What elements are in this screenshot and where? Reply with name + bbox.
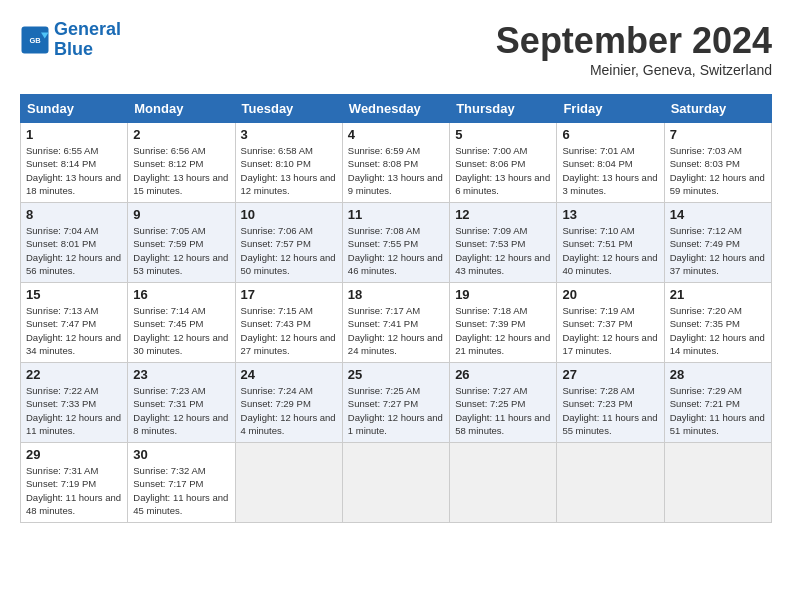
month-title: September 2024	[496, 20, 772, 62]
column-header-monday: Monday	[128, 95, 235, 123]
calendar-day-30: 30Sunrise: 7:32 AM Sunset: 7:17 PM Dayli…	[128, 443, 235, 523]
empty-cell	[450, 443, 557, 523]
day-number: 11	[348, 207, 444, 222]
calendar-day-26: 26Sunrise: 7:27 AM Sunset: 7:25 PM Dayli…	[450, 363, 557, 443]
calendar-day-28: 28Sunrise: 7:29 AM Sunset: 7:21 PM Dayli…	[664, 363, 771, 443]
day-number: 5	[455, 127, 551, 142]
calendar-day-29: 29Sunrise: 7:31 AM Sunset: 7:19 PM Dayli…	[21, 443, 128, 523]
day-info: Sunrise: 7:23 AM Sunset: 7:31 PM Dayligh…	[133, 384, 229, 437]
day-info: Sunrise: 7:14 AM Sunset: 7:45 PM Dayligh…	[133, 304, 229, 357]
day-info: Sunrise: 7:15 AM Sunset: 7:43 PM Dayligh…	[241, 304, 337, 357]
calendar-day-27: 27Sunrise: 7:28 AM Sunset: 7:23 PM Dayli…	[557, 363, 664, 443]
header-row: SundayMondayTuesdayWednesdayThursdayFrid…	[21, 95, 772, 123]
day-info: Sunrise: 7:25 AM Sunset: 7:27 PM Dayligh…	[348, 384, 444, 437]
day-number: 17	[241, 287, 337, 302]
day-number: 16	[133, 287, 229, 302]
day-info: Sunrise: 7:06 AM Sunset: 7:57 PM Dayligh…	[241, 224, 337, 277]
day-info: Sunrise: 7:29 AM Sunset: 7:21 PM Dayligh…	[670, 384, 766, 437]
day-number: 3	[241, 127, 337, 142]
calendar-week-3: 15Sunrise: 7:13 AM Sunset: 7:47 PM Dayli…	[21, 283, 772, 363]
calendar-week-2: 8Sunrise: 7:04 AM Sunset: 8:01 PM Daylig…	[21, 203, 772, 283]
calendar-day-3: 3Sunrise: 6:58 AM Sunset: 8:10 PM Daylig…	[235, 123, 342, 203]
day-number: 19	[455, 287, 551, 302]
svg-text:GB: GB	[29, 36, 41, 45]
day-number: 22	[26, 367, 122, 382]
calendar-body: 1Sunrise: 6:55 AM Sunset: 8:14 PM Daylig…	[21, 123, 772, 523]
day-info: Sunrise: 7:01 AM Sunset: 8:04 PM Dayligh…	[562, 144, 658, 197]
calendar-day-17: 17Sunrise: 7:15 AM Sunset: 7:43 PM Dayli…	[235, 283, 342, 363]
calendar-week-1: 1Sunrise: 6:55 AM Sunset: 8:14 PM Daylig…	[21, 123, 772, 203]
calendar-day-18: 18Sunrise: 7:17 AM Sunset: 7:41 PM Dayli…	[342, 283, 449, 363]
day-info: Sunrise: 7:20 AM Sunset: 7:35 PM Dayligh…	[670, 304, 766, 357]
column-header-sunday: Sunday	[21, 95, 128, 123]
day-number: 15	[26, 287, 122, 302]
day-number: 2	[133, 127, 229, 142]
page-header: GB GeneralBlue September 2024 Meinier, G…	[20, 20, 772, 78]
day-number: 14	[670, 207, 766, 222]
day-info: Sunrise: 7:17 AM Sunset: 7:41 PM Dayligh…	[348, 304, 444, 357]
day-info: Sunrise: 6:58 AM Sunset: 8:10 PM Dayligh…	[241, 144, 337, 197]
calendar-day-11: 11Sunrise: 7:08 AM Sunset: 7:55 PM Dayli…	[342, 203, 449, 283]
day-number: 6	[562, 127, 658, 142]
calendar-day-21: 21Sunrise: 7:20 AM Sunset: 7:35 PM Dayli…	[664, 283, 771, 363]
calendar-day-5: 5Sunrise: 7:00 AM Sunset: 8:06 PM Daylig…	[450, 123, 557, 203]
day-info: Sunrise: 7:19 AM Sunset: 7:37 PM Dayligh…	[562, 304, 658, 357]
day-info: Sunrise: 7:24 AM Sunset: 7:29 PM Dayligh…	[241, 384, 337, 437]
day-number: 24	[241, 367, 337, 382]
day-info: Sunrise: 6:59 AM Sunset: 8:08 PM Dayligh…	[348, 144, 444, 197]
day-info: Sunrise: 7:12 AM Sunset: 7:49 PM Dayligh…	[670, 224, 766, 277]
empty-cell	[342, 443, 449, 523]
calendar-day-10: 10Sunrise: 7:06 AM Sunset: 7:57 PM Dayli…	[235, 203, 342, 283]
day-number: 13	[562, 207, 658, 222]
empty-cell	[664, 443, 771, 523]
logo: GB GeneralBlue	[20, 20, 121, 60]
location: Meinier, Geneva, Switzerland	[496, 62, 772, 78]
calendar-table: SundayMondayTuesdayWednesdayThursdayFrid…	[20, 94, 772, 523]
calendar-day-8: 8Sunrise: 7:04 AM Sunset: 8:01 PM Daylig…	[21, 203, 128, 283]
calendar-day-9: 9Sunrise: 7:05 AM Sunset: 7:59 PM Daylig…	[128, 203, 235, 283]
calendar-header: SundayMondayTuesdayWednesdayThursdayFrid…	[21, 95, 772, 123]
day-number: 30	[133, 447, 229, 462]
calendar-day-13: 13Sunrise: 7:10 AM Sunset: 7:51 PM Dayli…	[557, 203, 664, 283]
day-info: Sunrise: 6:56 AM Sunset: 8:12 PM Dayligh…	[133, 144, 229, 197]
day-number: 18	[348, 287, 444, 302]
day-info: Sunrise: 7:00 AM Sunset: 8:06 PM Dayligh…	[455, 144, 551, 197]
day-number: 1	[26, 127, 122, 142]
day-info: Sunrise: 7:27 AM Sunset: 7:25 PM Dayligh…	[455, 384, 551, 437]
calendar-day-24: 24Sunrise: 7:24 AM Sunset: 7:29 PM Dayli…	[235, 363, 342, 443]
day-number: 12	[455, 207, 551, 222]
day-info: Sunrise: 7:09 AM Sunset: 7:53 PM Dayligh…	[455, 224, 551, 277]
day-info: Sunrise: 7:13 AM Sunset: 7:47 PM Dayligh…	[26, 304, 122, 357]
day-number: 21	[670, 287, 766, 302]
day-number: 26	[455, 367, 551, 382]
day-info: Sunrise: 7:31 AM Sunset: 7:19 PM Dayligh…	[26, 464, 122, 517]
column-header-saturday: Saturday	[664, 95, 771, 123]
empty-cell	[235, 443, 342, 523]
calendar-day-14: 14Sunrise: 7:12 AM Sunset: 7:49 PM Dayli…	[664, 203, 771, 283]
column-header-tuesday: Tuesday	[235, 95, 342, 123]
calendar-day-19: 19Sunrise: 7:18 AM Sunset: 7:39 PM Dayli…	[450, 283, 557, 363]
day-number: 27	[562, 367, 658, 382]
logo-text: GeneralBlue	[54, 20, 121, 60]
empty-cell	[557, 443, 664, 523]
day-info: Sunrise: 7:32 AM Sunset: 7:17 PM Dayligh…	[133, 464, 229, 517]
logo-icon: GB	[20, 25, 50, 55]
day-info: Sunrise: 6:55 AM Sunset: 8:14 PM Dayligh…	[26, 144, 122, 197]
calendar-day-22: 22Sunrise: 7:22 AM Sunset: 7:33 PM Dayli…	[21, 363, 128, 443]
calendar-day-1: 1Sunrise: 6:55 AM Sunset: 8:14 PM Daylig…	[21, 123, 128, 203]
calendar-day-25: 25Sunrise: 7:25 AM Sunset: 7:27 PM Dayli…	[342, 363, 449, 443]
day-number: 7	[670, 127, 766, 142]
calendar-day-12: 12Sunrise: 7:09 AM Sunset: 7:53 PM Dayli…	[450, 203, 557, 283]
calendar-day-7: 7Sunrise: 7:03 AM Sunset: 8:03 PM Daylig…	[664, 123, 771, 203]
title-block: September 2024 Meinier, Geneva, Switzerl…	[496, 20, 772, 78]
calendar-day-4: 4Sunrise: 6:59 AM Sunset: 8:08 PM Daylig…	[342, 123, 449, 203]
day-info: Sunrise: 7:18 AM Sunset: 7:39 PM Dayligh…	[455, 304, 551, 357]
calendar-day-23: 23Sunrise: 7:23 AM Sunset: 7:31 PM Dayli…	[128, 363, 235, 443]
day-info: Sunrise: 7:03 AM Sunset: 8:03 PM Dayligh…	[670, 144, 766, 197]
day-number: 20	[562, 287, 658, 302]
calendar-day-6: 6Sunrise: 7:01 AM Sunset: 8:04 PM Daylig…	[557, 123, 664, 203]
calendar-day-20: 20Sunrise: 7:19 AM Sunset: 7:37 PM Dayli…	[557, 283, 664, 363]
day-number: 25	[348, 367, 444, 382]
day-number: 23	[133, 367, 229, 382]
column-header-thursday: Thursday	[450, 95, 557, 123]
